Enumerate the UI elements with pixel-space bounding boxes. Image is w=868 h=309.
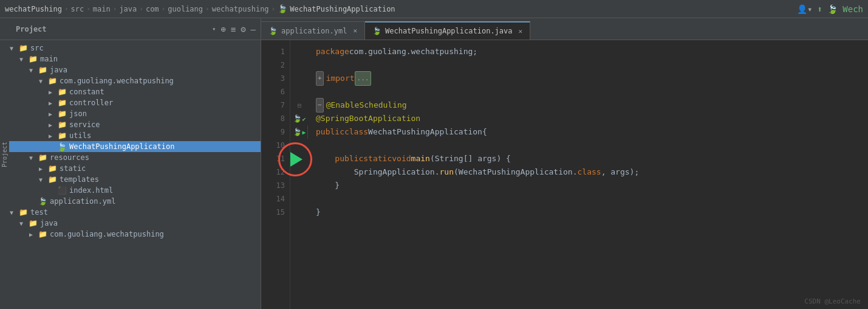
tree-item-java2[interactable]: ▼ 📁 java <box>0 218 261 229</box>
tree-label-json: json <box>69 109 87 118</box>
tree-item-index-html[interactable]: ⬛ index.html <box>0 185 261 196</box>
tab-wechat-java[interactable]: 🍃 WechatPushingApplication.java ✕ <box>365 21 530 40</box>
tree-item-package2[interactable]: ▶ 📁 com.guoliang.wechatpushing <box>0 229 261 240</box>
breadcrumb-root[interactable]: wechatPushing <box>5 5 62 13</box>
arrow-controller: ▶ <box>49 100 57 106</box>
project-vertical-label: Project <box>0 139 9 170</box>
folder-icon-java2: 📁 <box>28 218 38 228</box>
folder-icon-resources: 📁 <box>38 153 47 162</box>
tree-item-controller[interactable]: ▶ 📁 controller <box>0 97 261 108</box>
breadcrumb-main[interactable]: main <box>93 5 111 13</box>
arrow-resources: ▼ <box>29 154 38 161</box>
breadcrumb-sep6: › <box>205 5 210 13</box>
java-tab-icon: 🍃 <box>372 27 381 35</box>
arrow-index-html <box>49 187 57 194</box>
tree-label-app-yml: application.yml <box>50 197 115 206</box>
tree-item-resources[interactable]: ▼ 📁 resources <box>0 152 261 163</box>
minimize-icon[interactable]: — <box>251 24 256 34</box>
code-token <box>316 152 335 165</box>
user-icon[interactable]: 👤▾ <box>797 4 812 14</box>
arrow-package2: ▶ <box>29 231 38 238</box>
yaml-icon-tree: 🍃 <box>38 196 47 206</box>
top-bar-actions: 👤▾ ⬆ 🍃 Wech <box>797 4 863 14</box>
folder-icon-package2: 📁 <box>38 229 47 239</box>
arrow-src: ▼ <box>10 45 18 52</box>
app-icon[interactable]: 🍃 Wech <box>827 4 863 14</box>
locate-icon[interactable]: ⊕ <box>220 24 225 34</box>
breadcrumb-guoliang[interactable]: guoliang <box>168 5 203 13</box>
tree-label-utils: utils <box>69 131 91 140</box>
fold-button-7[interactable]: − <box>316 98 324 113</box>
arrow-static: ▶ <box>39 165 47 172</box>
breadcrumb-src[interactable]: src <box>71 5 84 13</box>
tab-application-yml[interactable]: 🍃 application.yml ✕ <box>261 21 365 40</box>
code-token: , args); <box>601 165 640 179</box>
code-line-6 <box>316 85 861 99</box>
breadcrumb-java[interactable]: java <box>119 5 137 13</box>
tab-close-java[interactable]: ✕ <box>519 27 523 35</box>
tree-item-java[interactable]: ▼ 📁 java <box>0 64 261 75</box>
breadcrumb-class[interactable]: WechatPushingApplication <box>290 5 395 13</box>
code-line-7: − @EnableScheduling <box>316 99 861 112</box>
code-line-14 <box>316 192 861 206</box>
tree-item-main-class[interactable]: 🍃 WechatPushingApplication <box>0 141 261 152</box>
gutter-icons-8[interactable]: 🍃✔ <box>290 112 309 125</box>
line-num-9: 9 <box>261 125 285 139</box>
tree-item-test[interactable]: ▼ 📁 test <box>0 207 261 218</box>
gutter-fold-7[interactable]: ⊟ <box>290 99 309 112</box>
code-token: (String[] args) { <box>430 152 511 165</box>
code-line-8: @SpringBootApplication <box>316 112 861 125</box>
folder-icon-constant: 📁 <box>57 87 67 97</box>
run-triangle-icon <box>290 152 302 167</box>
code-token: class <box>578 165 601 179</box>
folder-icon-json: 📁 <box>57 109 67 119</box>
breadcrumb-com[interactable]: com <box>146 5 159 13</box>
collapse-icon[interactable]: ≡ <box>231 24 236 34</box>
tree-item-src[interactable]: ▼ 📁 src <box>0 43 261 54</box>
top-bar: wechatPushing › src › main › java › com … <box>0 0 868 18</box>
tree-item-package[interactable]: ▼ 📁 com.guoliang.wechatpushing <box>0 75 261 86</box>
folder-icon-package: 📁 <box>47 76 57 86</box>
spring-icon-breadcrumb: 🍃 <box>278 4 287 13</box>
panel-caret[interactable]: ▾ <box>212 26 216 32</box>
code-token: (WechatPushingApplication. <box>454 165 578 179</box>
run-button-circle[interactable] <box>278 142 312 176</box>
breadcrumb-wechatpushing[interactable]: wechatpushing <box>212 5 269 13</box>
tab-close-yml[interactable]: ✕ <box>353 27 357 35</box>
arrow-test: ▼ <box>10 209 18 216</box>
code-line-1: package com.guoliang.wechatpushing; <box>316 45 861 58</box>
tree-item-utils[interactable]: ▶ 📁 utils <box>0 130 261 141</box>
fold-button-3[interactable]: + <box>316 71 324 86</box>
tree-label-static: static <box>60 164 86 173</box>
tree-item-templates[interactable]: ▼ 📁 templates <box>0 174 261 185</box>
tree-item-json[interactable]: ▶ 📁 json <box>0 108 261 119</box>
watermark: CSDN @LeoCache <box>804 297 861 305</box>
arrow-main: ▼ <box>19 56 28 63</box>
tree-label-main-class: WechatPushingApplication <box>69 142 174 151</box>
line-numbers: 1 2 3 6 7 8 9 10 11 12 13 14 15 <box>261 40 290 309</box>
code-token: } <box>316 179 340 192</box>
line-num-13: 13 <box>261 179 285 192</box>
code-line-15: } <box>316 206 861 219</box>
collapsed-imports[interactable]: ... <box>355 71 372 86</box>
code-content[interactable]: package com.guoliang.wechatpushing; + im… <box>309 40 868 309</box>
code-token: package <box>316 45 349 58</box>
project-tree: ▼ 📁 src ▼ 📁 main ▼ 📁 java ▼ <box>0 40 261 309</box>
tree-item-static[interactable]: ▶ 📁 static <box>0 163 261 174</box>
tree-label-package2: com.guoliang.wechatpushing <box>50 230 164 238</box>
tree-item-main[interactable]: ▼ 📁 main <box>0 54 261 64</box>
tree-item-service[interactable]: ▶ 📁 service <box>0 119 261 130</box>
tree-item-app-yml[interactable]: 🍃 application.yml <box>0 196 261 207</box>
folder-icon-utils: 📁 <box>57 131 67 141</box>
vcs-icon[interactable]: ⬆ <box>817 4 822 14</box>
line-num-7: 7 <box>261 99 285 112</box>
breadcrumb-sep2: › <box>86 5 91 13</box>
gutter-icons-9[interactable]: 🍃▶ <box>290 125 309 139</box>
settings-icon[interactable]: ⚙ <box>241 24 245 34</box>
code-token: @SpringBootApplication <box>316 112 420 125</box>
tree-item-constant[interactable]: ▶ 📁 constant <box>0 86 261 97</box>
breadcrumb-sep4: › <box>139 5 143 13</box>
arrow-java: ▼ <box>29 67 38 74</box>
line-num-1: 1 <box>261 45 285 58</box>
editor-area: 🍃 application.yml ✕ 🍃 WechatPushingAppli… <box>261 18 868 309</box>
